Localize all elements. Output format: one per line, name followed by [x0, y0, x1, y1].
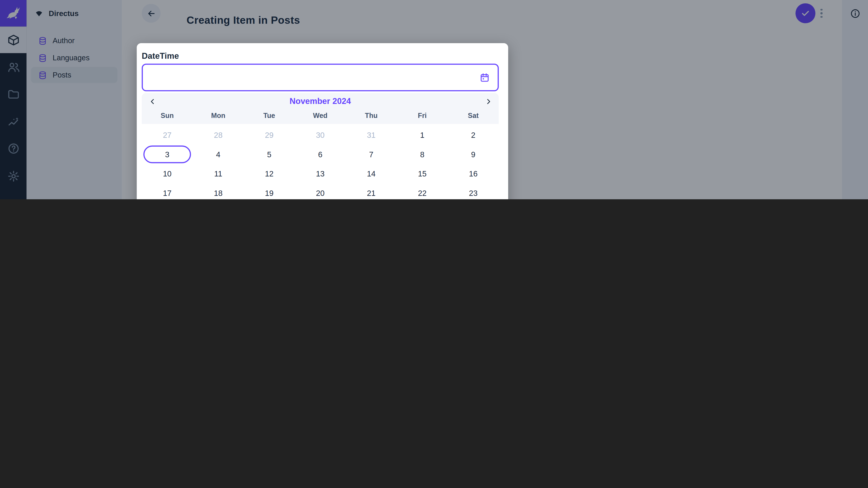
calendar-day-cell[interactable]: 28	[193, 125, 244, 144]
calendar-day-cell[interactable]: 29	[244, 125, 295, 144]
day-name: Fri	[397, 108, 448, 123]
calendar-day-cell[interactable]: 2	[448, 125, 499, 144]
app-viewport: Directus Author Languages Posts	[0, 0, 868, 199]
calendar-day-cell[interactable]: 31	[346, 125, 397, 144]
calendar-header: November 2024 Sun Mon Tue Wed Thu Fri Sa…	[142, 93, 499, 124]
calendar-day-cell[interactable]: 18	[193, 183, 244, 199]
calendar-day-cell[interactable]: 8	[397, 144, 448, 164]
day-name: Wed	[295, 108, 346, 123]
datetime-menu: November 2024 Sun Mon Tue Wed Thu Fri Sa…	[142, 93, 499, 199]
calendar-day-cell[interactable]: 14	[346, 164, 397, 183]
calendar-day-cell[interactable]: 10	[142, 164, 193, 183]
calendar-day-cell[interactable]: 15	[397, 164, 448, 183]
calendar-day-cell[interactable]: 7	[346, 144, 397, 164]
day-name: Mon	[193, 108, 244, 123]
chevron-right-icon	[485, 98, 492, 105]
next-month-button[interactable]	[482, 95, 494, 107]
calendar-day-cell[interactable]: 19	[244, 183, 295, 199]
datetime-popup: DateTime November 2024	[137, 43, 508, 199]
calendar-day-cell[interactable]: 1	[397, 125, 448, 144]
calendar-day-cell[interactable]: 5	[244, 144, 295, 164]
day-name: Thu	[346, 108, 397, 123]
calendar-day-cell[interactable]: 12	[244, 164, 295, 183]
calendar-icon[interactable]	[479, 72, 490, 83]
calendar-day-cell[interactable]: 23	[448, 183, 499, 199]
day-name: Tue	[244, 108, 295, 123]
day-names-row: Sun Mon Tue Wed Thu Fri Sat	[142, 108, 499, 123]
calendar-day-cell[interactable]: 22	[397, 183, 448, 199]
datetime-input[interactable]	[142, 64, 499, 91]
calendar-day-cell[interactable]: 27	[142, 125, 193, 144]
calendar-day-cell[interactable]: 3	[142, 144, 193, 164]
calendar-day-cell[interactable]: 11	[193, 164, 244, 183]
day-name: Sun	[142, 108, 193, 123]
month-label: November 2024	[142, 96, 499, 105]
calendar-day-cell[interactable]: 20	[295, 183, 346, 199]
calendar-day-cell[interactable]: 17	[142, 183, 193, 199]
calendar-day-cell[interactable]: 16	[448, 164, 499, 183]
calendar-day-cell[interactable]: 21	[346, 183, 397, 199]
calendar-day-cell[interactable]: 30	[295, 125, 346, 144]
calendar-day-cell[interactable]: 6	[295, 144, 346, 164]
month-row: November 2024	[142, 93, 499, 108]
calendar-day-cell[interactable]: 13	[295, 164, 346, 183]
calendar-grid: 2728293031123456789101112131415161718192…	[142, 125, 499, 199]
calendar-day-cell[interactable]: 9	[448, 144, 499, 164]
calendar-day-cell[interactable]: 4	[193, 144, 244, 164]
day-name: Sat	[448, 108, 499, 123]
datetime-field-label: DateTime	[142, 51, 179, 60]
